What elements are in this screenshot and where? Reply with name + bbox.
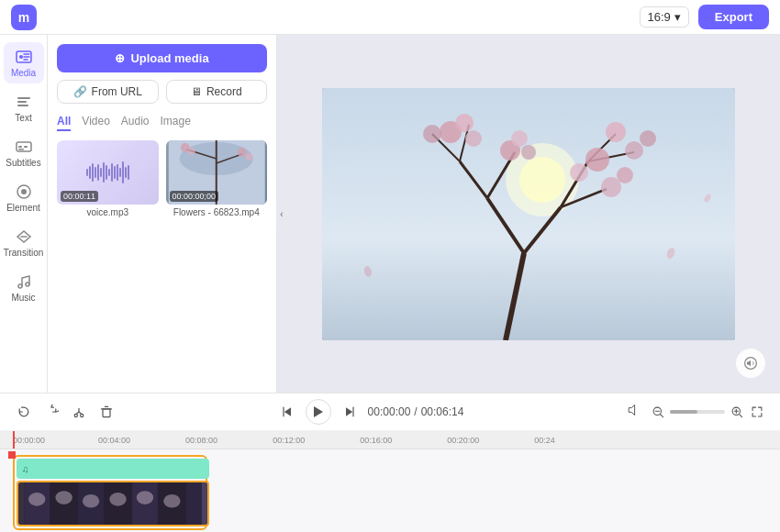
svg-marker-62: [284, 407, 290, 416]
svg-point-19: [187, 148, 195, 155]
total-time: 00:06:14: [421, 405, 464, 418]
sidebar-item-media[interactable]: Media: [4, 42, 44, 83]
svg-rect-2: [17, 97, 30, 99]
svg-rect-82: [186, 482, 202, 525]
redo-icon: [44, 405, 59, 419]
export-button[interactable]: Export: [698, 5, 769, 29]
ruler-mark-2: 00:08:00: [185, 436, 217, 445]
sidebar-item-transition[interactable]: Transition: [4, 222, 44, 263]
svg-point-1: [19, 55, 23, 59]
app-logo: m: [11, 5, 37, 30]
svg-point-21: [245, 153, 252, 161]
svg-point-11: [18, 284, 22, 288]
play-icon: [314, 406, 323, 417]
trash-icon: [99, 405, 114, 419]
svg-rect-4: [17, 105, 28, 106]
main-layout: Media Text Subtitles Element Transition …: [0, 35, 780, 393]
timeline-ruler: 00:00:00 00:04:00 00:08:00 00:12:00 00:1…: [0, 431, 780, 449]
filter-tab-image[interactable]: Image: [161, 113, 191, 131]
svg-point-48: [617, 167, 633, 183]
sidebar-item-text[interactable]: Text: [4, 87, 44, 128]
filter-tab-all[interactable]: All: [57, 113, 71, 131]
element-icon: [15, 183, 33, 201]
media-icon: [15, 48, 33, 66]
svg-point-37: [455, 114, 474, 132]
cherry-blossom-scene: [322, 88, 735, 340]
video-thumbnail: 00:00:00;00: [166, 140, 268, 205]
skip-back-icon: [280, 405, 295, 419]
svg-rect-7: [24, 146, 28, 148]
music-clip-icon: ♫: [22, 464, 29, 474]
audio-duration: 00:00:11: [61, 191, 98, 202]
delete-button[interactable]: [97, 403, 116, 421]
svg-point-87: [137, 491, 153, 504]
preview-canvas: [322, 88, 735, 340]
svg-line-56: [76, 412, 79, 415]
subtitles-icon: [15, 138, 33, 156]
svg-point-47: [601, 177, 621, 197]
text-icon: [15, 93, 33, 111]
zoom-out-button[interactable]: [650, 404, 666, 420]
play-button[interactable]: [306, 399, 331, 425]
svg-point-88: [163, 494, 180, 508]
svg-rect-22: [322, 88, 735, 340]
zoom-out-icon: [652, 405, 664, 418]
panel-collapse-arrow[interactable]: ‹: [276, 200, 287, 227]
fullscreen-button[interactable]: [749, 404, 765, 420]
skip-forward-button[interactable]: [340, 403, 359, 421]
top-bar-left: m: [11, 5, 37, 30]
svg-point-10: [21, 189, 27, 194]
audio-settings-icon[interactable]: [736, 349, 765, 378]
volume-group: [626, 403, 641, 421]
speaker-icon: [743, 356, 758, 371]
svg-point-83: [28, 493, 45, 506]
video-duration: 00:00:00;00: [170, 191, 219, 202]
ratio-selector[interactable]: 16:9 ▾: [640, 6, 689, 28]
video-clip[interactable]: [17, 481, 209, 526]
link-icon: 🔗: [73, 85, 87, 98]
from-url-button[interactable]: 🔗 From URL: [57, 80, 159, 104]
scissors-icon: [72, 405, 86, 419]
bottom-section: 00:00:00 / 00:06:14: [0, 393, 780, 532]
top-bar-right: 16:9 ▾ Export: [640, 5, 769, 29]
filter-tab-video[interactable]: Video: [82, 113, 109, 131]
svg-marker-65: [346, 407, 352, 416]
audio-clip[interactable]: ♫: [17, 459, 209, 479]
video-clip-inner: [18, 482, 207, 525]
transition-icon: [15, 227, 33, 246]
sidebar-text-label: Text: [15, 113, 31, 123]
svg-line-57: [79, 412, 82, 415]
sidebar-item-subtitles[interactable]: Subtitles: [4, 132, 44, 173]
filmstrip-svg: [18, 482, 207, 525]
media-item-flowers[interactable]: 00:00:00;00 Flowers - 66823.mp4: [166, 140, 268, 383]
skip-back-button[interactable]: [278, 403, 296, 421]
record-button[interactable]: 🖥 Record: [166, 80, 268, 104]
svg-point-42: [521, 145, 536, 160]
svg-rect-3: [17, 101, 27, 103]
sidebar-transition-label: Transition: [4, 248, 44, 258]
filter-tab-audio[interactable]: Audio: [121, 113, 150, 131]
filter-tabs: All Video Audio Image: [57, 113, 267, 131]
sidebar-music-label: Music: [11, 293, 35, 303]
sidebar-subtitles-label: Subtitles: [6, 158, 40, 168]
zoom-slider[interactable]: [670, 410, 725, 414]
sidebar-item-music[interactable]: Music: [4, 267, 44, 308]
ruler-mark-0: 00:00:00: [13, 436, 45, 445]
svg-point-86: [109, 493, 126, 506]
time-separator: /: [414, 405, 417, 418]
upload-media-button[interactable]: ⊕ Upload media: [57, 44, 267, 72]
undo-button[interactable]: [15, 403, 33, 421]
media-item-voice[interactable]: 00:00:11 voice.mp3: [57, 140, 159, 383]
zoom-in-button[interactable]: [729, 404, 745, 420]
upload-label: Upload media: [130, 51, 208, 65]
current-time: 00:00:00: [368, 405, 411, 418]
svg-point-44: [606, 122, 626, 142]
cut-button[interactable]: [70, 403, 88, 421]
svg-rect-6: [18, 146, 22, 148]
media-grid: 00:00:11 voice.mp3: [57, 140, 267, 383]
redo-button[interactable]: [42, 403, 61, 421]
sidebar-item-element[interactable]: Element: [4, 177, 44, 218]
svg-rect-59: [103, 409, 110, 417]
svg-rect-8: [18, 149, 24, 150]
svg-point-24: [519, 157, 565, 203]
